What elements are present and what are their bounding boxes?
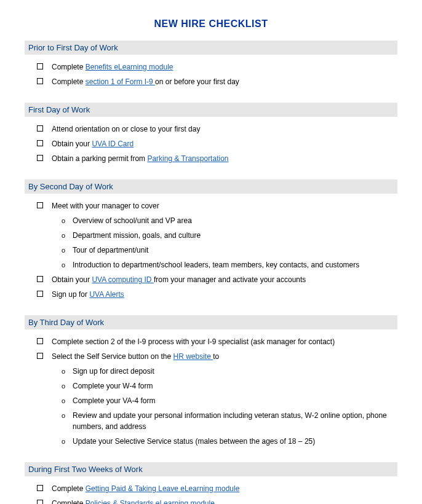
section-header: By Third Day of Work — [25, 315, 397, 329]
text-span: Complete — [52, 63, 86, 71]
circle-bullet-icon: o — [62, 259, 73, 270]
circle-bullet-icon: o — [62, 410, 73, 421]
checkbox-icon[interactable] — [37, 140, 43, 146]
subitem: oSign up for direct deposit — [62, 364, 397, 379]
section-header: First Day of Work — [25, 103, 397, 117]
link[interactable]: UVA computing ID — [92, 275, 154, 284]
item-text: Sign up for UVA Alerts — [52, 289, 397, 300]
page-title: NEW HIRE CHECKLIST — [25, 18, 397, 30]
checkbox-icon[interactable] — [37, 291, 43, 297]
sublist: oSign up for direct depositoComplete you… — [25, 364, 397, 449]
text-span: Obtain your — [52, 275, 92, 284]
checkbox-icon[interactable] — [37, 63, 43, 69]
section-header: Prior to First Day of Work — [25, 41, 397, 55]
section: By Second Day of WorkMeet with your mana… — [25, 179, 397, 302]
text-span: Obtain your — [52, 140, 92, 148]
subitem-text: Introduction to department/school leader… — [73, 259, 397, 270]
item-text: Select the Self Service button on the HR… — [52, 351, 397, 362]
item-text: Obtain your UVA ID Card — [52, 138, 397, 149]
checklist-item: Select the Self Service button on the HR… — [25, 349, 397, 364]
text-span: Attend orientation on or close to your f… — [52, 125, 200, 133]
link[interactable]: section 1 of Form I-9 — [86, 77, 155, 86]
subitem: oIntroduction to department/school leade… — [62, 258, 397, 272]
checklist-item: Obtain a parking permit from Parking & T… — [25, 151, 397, 166]
text-span: Select the Self Service button on the — [52, 352, 173, 361]
text-span: to — [213, 352, 219, 361]
text-span: from your manager and activate your acco… — [154, 275, 306, 284]
subitem-text: Complete your W-4 form — [73, 380, 397, 392]
subitem: oComplete your VA-4 form — [62, 393, 397, 408]
item-text: Meet with your manager to cover — [52, 200, 397, 211]
section: By Third Day of WorkComplete section 2 o… — [25, 315, 397, 449]
checklist-item: Complete Getting Paid & Taking Leave eLe… — [25, 481, 397, 496]
subitem: oUpdate your Selective Service status (m… — [62, 434, 397, 449]
item-text: Complete section 2 of the I-9 process wi… — [52, 336, 397, 347]
item-text: Complete Getting Paid & Taking Leave eLe… — [52, 483, 397, 494]
section: Prior to First Day of WorkComplete Benef… — [25, 41, 397, 89]
checkbox-icon[interactable] — [37, 78, 43, 84]
checklist-item: Sign up for UVA Alerts — [25, 287, 397, 302]
circle-bullet-icon: o — [62, 245, 73, 256]
subitem-text: Department mission, goals, and culture — [73, 230, 397, 241]
sublist: oOverview of school/unit and VP areaoDep… — [25, 213, 397, 272]
text-span: Complete section 2 of the I-9 process wi… — [52, 337, 335, 346]
checklist-item: Complete Policies & Standards eLearning … — [25, 496, 397, 504]
sections-container: Prior to First Day of WorkComplete Benef… — [25, 41, 397, 504]
subitem: oDepartment mission, goals, and culture — [62, 228, 397, 243]
checklist-item: Complete section 1 of Form I-9 on or bef… — [25, 74, 397, 89]
checklist-item: Attend orientation on or close to your f… — [25, 122, 397, 136]
text-span: Complete — [52, 484, 86, 493]
link[interactable]: UVA ID Card — [92, 140, 133, 148]
link[interactable]: Getting Paid & Taking Leave eLearning mo… — [86, 484, 240, 493]
subitem-text: Complete your VA-4 form — [73, 395, 397, 406]
item-text: Complete Benefits eLearning module — [52, 61, 397, 73]
subitem: oComplete your W-4 form — [62, 379, 397, 393]
item-text: Complete Policies & Standards eLearning … — [52, 498, 397, 504]
link[interactable]: Policies & Standards eLearning module — [86, 499, 215, 504]
circle-bullet-icon: o — [62, 380, 73, 392]
checkbox-icon[interactable] — [37, 125, 43, 132]
subitem-text: Overview of school/unit and VP area — [73, 215, 397, 226]
subitem: oReview and update your personal informa… — [62, 408, 397, 434]
subitem: oTour of department/unit — [62, 243, 397, 258]
text-span: Meet with your manager to cover — [52, 202, 159, 210]
checkbox-icon[interactable] — [37, 276, 43, 282]
item-text: Complete section 1 of Form I-9 on or bef… — [52, 76, 397, 87]
subitem: oOverview of school/unit and VP area — [62, 213, 397, 228]
checklist-item: Complete Benefits eLearning module — [25, 60, 397, 74]
checklist-item: Meet with your manager to cover — [25, 199, 397, 213]
item-text: Attend orientation on or close to your f… — [52, 124, 397, 135]
section: During First Two Weeks of WorkComplete G… — [25, 462, 397, 504]
item-text: Obtain a parking permit from Parking & T… — [52, 153, 397, 164]
text-span: on or before your first day — [155, 77, 239, 86]
checkbox-icon[interactable] — [37, 155, 43, 161]
checklist-item: Obtain your UVA ID Card — [25, 136, 397, 151]
text-span: Complete — [52, 77, 86, 86]
item-text: Obtain your UVA computing ID from your m… — [52, 274, 397, 285]
circle-bullet-icon: o — [62, 436, 73, 447]
link[interactable]: UVA Alerts — [89, 290, 124, 299]
link[interactable]: Benefits eLearning module — [86, 63, 173, 71]
subitem-text: Sign up for direct deposit — [73, 366, 397, 377]
circle-bullet-icon: o — [62, 230, 73, 241]
checkbox-icon[interactable] — [37, 353, 43, 359]
subitem-text: Tour of department/unit — [73, 245, 397, 256]
circle-bullet-icon: o — [62, 366, 73, 377]
text-span: Complete — [52, 499, 86, 504]
checklist-item: Obtain your UVA computing ID from your m… — [25, 272, 397, 287]
text-span: Sign up for — [52, 290, 89, 299]
subitem-text: Update your Selective Service status (ma… — [73, 436, 397, 447]
subitem-text: Review and update your personal informat… — [73, 410, 397, 432]
section-header: By Second Day of Work — [25, 179, 397, 194]
text-span: Obtain a parking permit from — [52, 154, 147, 163]
section-header: During First Two Weeks of Work — [25, 462, 397, 476]
checkbox-icon[interactable] — [37, 485, 43, 491]
checkbox-icon[interactable] — [37, 500, 43, 504]
circle-bullet-icon: o — [62, 215, 73, 226]
checklist-item: Complete section 2 of the I-9 process wi… — [25, 334, 397, 349]
section: First Day of WorkAttend orientation on o… — [25, 103, 397, 166]
checkbox-icon[interactable] — [37, 338, 43, 344]
link[interactable]: HR website — [173, 352, 213, 361]
link[interactable]: Parking & Transportation — [147, 154, 228, 163]
checkbox-icon[interactable] — [37, 202, 43, 208]
